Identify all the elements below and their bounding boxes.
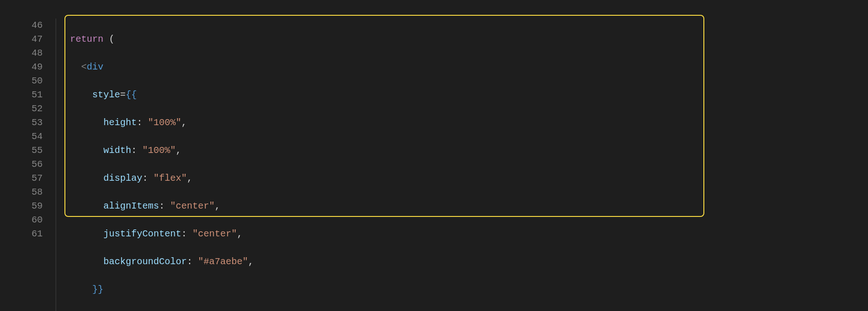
punct-colon: :: [181, 228, 187, 239]
line-number: 48: [9, 46, 43, 60]
jsx-double-brace-open: {{: [126, 89, 137, 100]
indent: [70, 201, 103, 211]
punct-comma: ,: [248, 256, 254, 267]
punct-colon: :: [131, 145, 137, 156]
punct-colon: :: [159, 201, 165, 211]
line-number: 52: [9, 102, 43, 116]
string-literal: "center": [192, 228, 237, 239]
indent: [70, 228, 103, 239]
indent: [70, 117, 103, 128]
line-number-gutter: 46 47 48 49 50 51 52 53 54 55 56 57 58 5…: [9, 19, 56, 311]
angle-open: <: [81, 62, 87, 72]
line-number: 60: [9, 213, 43, 227]
prop-backgroundColor: backgroundColor: [103, 256, 187, 267]
line-number: 61: [9, 227, 43, 241]
code-content[interactable]: return ( <div style={{ height: "100%", w…: [56, 19, 859, 311]
punct-colon: :: [187, 256, 192, 267]
code-line[interactable]: justifyContent: "center",: [70, 227, 859, 241]
code-line[interactable]: alignItems: "center",: [70, 199, 859, 213]
string-literal: "center": [170, 201, 215, 211]
punct-colon: :: [142, 173, 148, 184]
line-number: 46: [9, 19, 43, 32]
line-number: 55: [9, 144, 43, 158]
jsx-double-brace-close: }}: [92, 284, 103, 295]
punct-lparen: (: [103, 34, 115, 44]
line-number: 47: [9, 32, 43, 46]
line-number: 56: [9, 158, 43, 171]
punct-comma: ,: [187, 173, 192, 184]
prop-alignItems: alignItems: [103, 201, 159, 211]
punct-comma: ,: [237, 228, 243, 239]
line-number: 51: [9, 88, 43, 102]
code-line[interactable]: backgroundColor: "#a7aebe",: [70, 255, 859, 269]
code-line[interactable]: display: "flex",: [70, 171, 859, 185]
code-line[interactable]: return (: [70, 32, 859, 46]
string-literal: "#a7aebe": [198, 256, 248, 267]
string-literal: "100%": [142, 145, 176, 156]
punct-eq: =: [120, 89, 126, 100]
string-literal: "100%": [148, 117, 181, 128]
line-number: 58: [9, 185, 43, 199]
indent: [70, 284, 92, 295]
prop-width: width: [103, 145, 131, 156]
line-number: 50: [9, 74, 43, 88]
line-number: 54: [9, 130, 43, 144]
indent: [70, 256, 103, 267]
code-line[interactable]: }}: [70, 283, 859, 297]
line-number: 57: [9, 171, 43, 185]
code-editor[interactable]: 46 47 48 49 50 51 52 53 54 55 56 57 58 5…: [9, 19, 859, 311]
punct-comma: ,: [176, 145, 181, 156]
prop-justifyContent: justifyContent: [103, 228, 181, 239]
punct-colon: :: [137, 117, 142, 128]
jsx-attr-style: style: [92, 89, 120, 100]
line-number: 49: [9, 60, 43, 74]
prop-height: height: [103, 117, 137, 128]
code-line[interactable]: height: "100%",: [70, 116, 859, 130]
jsx-tag-div: div: [87, 62, 103, 72]
code-area[interactable]: return ( <div style={{ height: "100%", w…: [56, 19, 859, 311]
indent: [70, 173, 103, 184]
code-line[interactable]: style={{: [70, 88, 859, 102]
punct-comma: ,: [215, 201, 220, 211]
indent: [70, 62, 81, 72]
indent: [70, 145, 103, 156]
string-literal: "flex": [153, 173, 187, 184]
code-line[interactable]: <div: [70, 60, 859, 74]
line-number: 59: [9, 199, 43, 213]
keyword-return: return: [70, 34, 103, 44]
code-line[interactable]: width: "100%",: [70, 144, 859, 158]
line-number: 53: [9, 116, 43, 130]
prop-display: display: [103, 173, 142, 184]
punct-comma: ,: [181, 117, 187, 128]
indent: [70, 89, 92, 100]
